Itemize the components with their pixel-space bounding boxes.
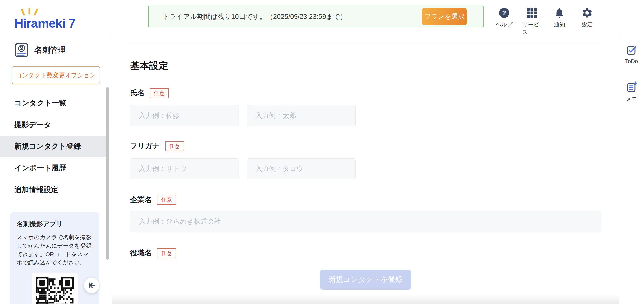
furigana-field-label-row: フリガナ 任意 xyxy=(130,139,184,153)
sidebar-section-meishi-kanri: 名刺管理 xyxy=(14,43,66,57)
services-label: サービス xyxy=(522,21,541,36)
notifications-label: 通知 xyxy=(554,21,565,28)
name-field-label: 氏名 xyxy=(130,88,145,98)
sidebar-item-new-contact[interactable]: 新規コンタクト登録 xyxy=(0,136,106,157)
page-title: 基本設定 xyxy=(130,59,168,72)
sidebar-item-capture-data[interactable]: 撮影データ xyxy=(0,114,106,136)
logo-text: Hirameki 7 xyxy=(14,17,75,30)
left-sidebar: Hirameki 7 名刺管理 コンタクト数変更オプション コンタクト一覧 撮影… xyxy=(0,0,112,304)
gear-icon xyxy=(581,7,593,19)
contact-count-option-button[interactable]: コンタクト数変更オプション xyxy=(12,66,100,84)
optional-badge: 任意 xyxy=(165,141,184,151)
optional-badge: 任意 xyxy=(157,195,176,205)
settings-button[interactable]: 設定 xyxy=(578,7,597,36)
top-header: トライアル期間は残り10日です。（2025/09/23 23:59まで） プラン… xyxy=(112,0,619,34)
help-icon: ? xyxy=(498,7,510,19)
services-grid-icon xyxy=(526,7,537,19)
todo-button[interactable]: ToDo xyxy=(619,44,644,65)
app-window: Hirameki 7 名刺管理 コンタクト数変更オプション コンタクト一覧 撮影… xyxy=(0,0,644,304)
form-footer: 新規コンタクトを登録 xyxy=(112,255,619,304)
svg-text:?: ? xyxy=(502,9,506,16)
todo-check-icon xyxy=(626,44,637,56)
first-name-input[interactable] xyxy=(247,105,356,126)
notifications-button[interactable]: 通知 xyxy=(550,7,569,36)
header-actions: ? ヘルプ サービス xyxy=(495,7,597,36)
sidebar-menu: コンタクト一覧 撮影データ 新規コンタクト登録 インポート履歴 追加情報設定 xyxy=(0,92,106,201)
last-name-input[interactable] xyxy=(130,105,239,126)
company-field-label: 企業名 xyxy=(130,195,152,205)
furigana-field-label: フリガナ xyxy=(130,141,160,151)
sidebar-item-contact-list[interactable]: コンタクト一覧 xyxy=(0,92,106,114)
settings-label: 設定 xyxy=(582,21,593,28)
trial-banner-message: トライアル期間は残り10日です。（2025/09/23 23:59まで） xyxy=(162,12,347,21)
memo-button[interactable]: メモ xyxy=(619,81,644,103)
collapse-arrow-icon xyxy=(87,281,96,290)
services-button[interactable]: サービス xyxy=(522,7,541,36)
todo-label: ToDo xyxy=(625,58,638,65)
sidebar-section-label: 名刺管理 xyxy=(34,45,66,55)
trial-banner: トライアル期間は残り10日です。（2025/09/23 23:59まで） プラン… xyxy=(148,6,484,27)
help-label: ヘルプ xyxy=(496,21,513,28)
promo-title: 名刺撮影アプリ xyxy=(17,220,93,229)
company-name-input[interactable] xyxy=(130,211,601,232)
optional-badge: 任意 xyxy=(150,88,169,98)
bell-icon xyxy=(554,7,565,19)
promo-description: スマホのカメラで名刺を撮影してかんたんにデータを登録できます。QRコードをスマホ… xyxy=(17,233,93,267)
company-field-label-row: 企業名 任意 xyxy=(130,193,176,207)
sidebar-item-additional-info[interactable]: 追加情報設定 xyxy=(0,179,106,201)
name-field-label-row: 氏名 任意 xyxy=(130,86,169,100)
memo-note-icon xyxy=(626,81,637,93)
help-button[interactable]: ? ヘルプ xyxy=(495,7,514,36)
register-contact-button[interactable]: 新規コンタクトを登録 xyxy=(320,270,411,290)
brand-logo[interactable]: Hirameki 7 xyxy=(14,11,75,30)
logo-sparks-icon xyxy=(21,8,41,16)
sidebar-collapse-button[interactable] xyxy=(84,278,99,293)
business-card-icon xyxy=(14,43,29,57)
select-plan-button[interactable]: プランを選択 xyxy=(422,8,467,25)
qr-code xyxy=(32,273,78,304)
section-divider xyxy=(130,44,601,44)
sidebar-scrollbar-thumb[interactable] xyxy=(106,87,109,260)
right-rail: ToDo メモ xyxy=(619,34,644,304)
sidebar-item-import-history[interactable]: インポート履歴 xyxy=(0,157,106,179)
furigana-first-input[interactable] xyxy=(247,158,356,179)
main-content: 基本設定 氏名 任意 フリガナ 任意 企業名 任意 役職名 任意 新規コンタクト… xyxy=(112,34,619,304)
memo-label: メモ xyxy=(626,95,637,103)
furigana-last-input[interactable] xyxy=(130,158,239,179)
